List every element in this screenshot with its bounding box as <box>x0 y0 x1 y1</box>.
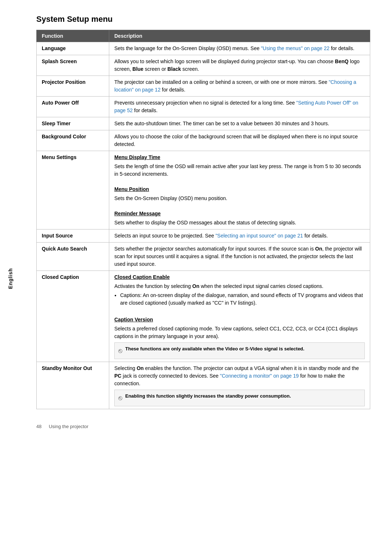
page-number: 48 <box>36 424 41 429</box>
description-cell: Prevents unnecessary projection when no … <box>109 97 370 117</box>
description-cell: Sets the language for the On-Screen Disp… <box>109 42 370 55</box>
description-cell: Menu Display Time Sets the length of tim… <box>109 151 370 229</box>
function-cell: Auto Power Off <box>37 97 109 117</box>
menu-position-heading: Menu Position <box>114 186 365 193</box>
input-source-link[interactable]: "Selecting an input source" on page 21 <box>216 233 303 239</box>
function-cell: Sleep Timer <box>37 117 109 130</box>
caption-version-text: Selects a preferred closed captioning mo… <box>114 326 358 339</box>
description-cell: Allows you to choose the color of the ba… <box>109 130 370 151</box>
function-cell: Background Color <box>37 130 109 151</box>
closed-caption-note: ⎋ These functions are only available whe… <box>114 342 365 359</box>
description-cell: Selecting On enables the function. The p… <box>109 362 370 409</box>
table-row: Closed Caption Closed Caption Enable Act… <box>37 271 370 362</box>
table-row: Splash Screen Allows you to select which… <box>37 55 370 76</box>
table-row: Auto Power Off Prevents unnecessary proj… <box>37 97 370 117</box>
function-cell: Menu Settings <box>37 151 109 229</box>
table-row: Sleep Timer Sets the auto-shutdown timer… <box>37 117 370 130</box>
footer-text: Using the projector <box>49 424 88 429</box>
description-cell: Sets whether the projector searches auto… <box>109 243 370 271</box>
function-col-header: Function <box>37 30 109 42</box>
description-cell: Sets the auto-shutdown timer. The timer … <box>109 117 370 130</box>
menu-display-time-text: Sets the length of time the OSD will rem… <box>114 163 361 177</box>
table-row: Menu Settings Menu Display Time Sets the… <box>37 151 370 229</box>
system-setup-table: Function Description Language Sets the l… <box>36 30 370 409</box>
menu-position-text: Sets the On-Screen Display (OSD) menu po… <box>114 195 227 201</box>
page-footer: 48 Using the projector <box>36 424 370 429</box>
main-content: System Setup menu Function Description L… <box>15 0 392 451</box>
description-cell: The projector can be installed on a ceil… <box>109 76 370 97</box>
function-cell: Closed Caption <box>37 271 109 362</box>
closed-caption-enable-heading: Closed Caption Enable <box>114 273 365 281</box>
auto-power-off-link[interactable]: "Setting Auto Power Off" on page 52 <box>114 100 358 113</box>
standby-monitor-out-link[interactable]: "Connecting a monitor" on page 19 <box>220 373 299 379</box>
caption-version-heading: Caption Version <box>114 316 365 324</box>
reminder-message-text: Sets whether to display the OSD messages… <box>114 220 296 225</box>
description-col-header: Description <box>109 30 370 42</box>
table-row: Projector Position The projector can be … <box>37 76 370 97</box>
description-cell: Closed Caption Enable Activates the func… <box>109 271 370 362</box>
language-link[interactable]: "Using the menus" on page 22 <box>261 45 330 51</box>
description-cell: Selects an input source to be projected.… <box>109 229 370 243</box>
standby-monitor-note: ⎋ Enabling this function slightly increa… <box>114 390 365 406</box>
note-icon-standby: ⎋ <box>118 393 122 403</box>
function-cell: Language <box>37 42 109 55</box>
function-cell: Projector Position <box>37 76 109 97</box>
function-cell: Input Source <box>37 229 109 243</box>
closed-caption-bullet-list: Captions: An on-screen display of the di… <box>120 292 365 307</box>
table-row: Input Source Selects an input source to … <box>37 229 370 243</box>
description-cell: Allows you to select which logo screen w… <box>109 55 370 76</box>
table-row: Standby Monitor Out Selecting On enables… <box>37 362 370 409</box>
list-item: Captions: An on-screen display of the di… <box>120 292 365 307</box>
menu-display-time-heading: Menu Display Time <box>114 154 365 161</box>
reminder-message-heading: Reminder Message <box>114 210 365 217</box>
table-row: Language Sets the language for the On-Sc… <box>37 42 370 55</box>
closed-caption-enable-text: Activates the function by selecting On w… <box>114 283 323 289</box>
function-cell: Splash Screen <box>37 55 109 76</box>
note-text: These functions are only available when … <box>125 346 305 352</box>
page-title: System Setup menu <box>36 15 370 24</box>
sidebar-english-label: English <box>8 268 13 289</box>
projector-position-link[interactable]: "Choosing a location" on page 12 <box>114 79 356 93</box>
function-cell: Quick Auto Search <box>37 243 109 271</box>
standby-note-text: Enabling this function slightly increase… <box>125 393 291 399</box>
note-icon: ⎋ <box>118 346 122 356</box>
function-cell: Standby Monitor Out <box>37 362 109 409</box>
table-row: Quick Auto Search Sets whether the proje… <box>37 243 370 271</box>
table-row: Background Color Allows you to choose th… <box>37 130 370 151</box>
